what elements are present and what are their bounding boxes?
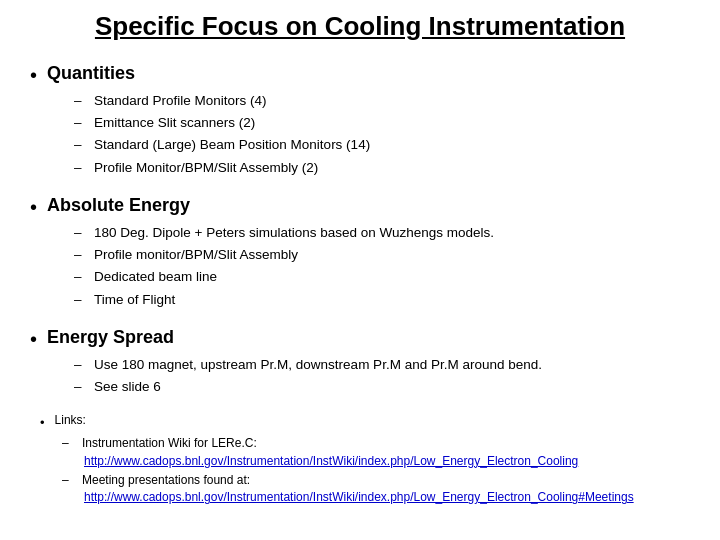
links-label: Links: bbox=[55, 413, 86, 427]
quantities-section: • Quantities – Standard Profile Monitors… bbox=[30, 62, 690, 178]
item-text: Profile Monitor/BPM/Slit Assembly (2) bbox=[94, 158, 690, 178]
bullet-icon-links: • bbox=[40, 415, 45, 431]
links-list: – Instrumentation Wiki for LERe.C: http:… bbox=[62, 435, 690, 505]
list-item: – Time of Flight bbox=[74, 290, 690, 310]
list-item: – Use 180 magnet, upstream Pr.M, downstr… bbox=[74, 355, 690, 375]
item-text: Profile monitor/BPM/Slit Assembly bbox=[94, 245, 690, 265]
link-item-wiki: – Instrumentation Wiki for LERe.C: bbox=[62, 435, 690, 452]
link-text-wiki: Instrumentation Wiki for LERe.C: bbox=[82, 435, 257, 452]
dash-icon: – bbox=[74, 290, 86, 310]
dash-icon: – bbox=[74, 245, 86, 265]
list-item: – Emittance Slit scanners (2) bbox=[74, 113, 690, 133]
link-url-wiki[interactable]: http://www.cadops.bnl.gov/Instrumentatio… bbox=[84, 454, 690, 468]
item-text: Standard Profile Monitors (4) bbox=[94, 91, 690, 111]
bullet-icon-quantities: • bbox=[30, 63, 37, 87]
absolute-energy-section: • Absolute Energy – 180 Deg. Dipole + Pe… bbox=[30, 194, 690, 310]
link-url-meetings[interactable]: http://www.cadops.bnl.gov/Instrumentatio… bbox=[84, 490, 690, 504]
list-item: – Profile Monitor/BPM/Slit Assembly (2) bbox=[74, 158, 690, 178]
energy-spread-section: • Energy Spread – Use 180 magnet, upstre… bbox=[30, 326, 690, 398]
item-text: Use 180 magnet, upstream Pr.M, downstrea… bbox=[94, 355, 690, 375]
dash-icon: – bbox=[74, 135, 86, 155]
item-text: Time of Flight bbox=[94, 290, 690, 310]
dash-icon: – bbox=[62, 435, 74, 452]
quantities-heading: Quantities bbox=[47, 62, 135, 85]
quantities-list: – Standard Profile Monitors (4) – Emitta… bbox=[74, 91, 690, 178]
item-text: Emittance Slit scanners (2) bbox=[94, 113, 690, 133]
energy-spread-heading: Energy Spread bbox=[47, 326, 174, 349]
absolute-energy-list: – 180 Deg. Dipole + Peters simulations b… bbox=[74, 223, 690, 310]
list-item: – See slide 6 bbox=[74, 377, 690, 397]
list-item: – Standard Profile Monitors (4) bbox=[74, 91, 690, 111]
item-text: Standard (Large) Beam Position Monitors … bbox=[94, 135, 690, 155]
link-item-meetings: – Meeting presentations found at: bbox=[62, 472, 690, 489]
bullet-icon-energy-spread: • bbox=[30, 327, 37, 351]
item-text: 180 Deg. Dipole + Peters simulations bas… bbox=[94, 223, 690, 243]
list-item: – Profile monitor/BPM/Slit Assembly bbox=[74, 245, 690, 265]
page-title: Specific Focus on Cooling Instrumentatio… bbox=[30, 10, 690, 44]
dash-icon: – bbox=[74, 355, 86, 375]
item-text: Dedicated beam line bbox=[94, 267, 690, 287]
dash-icon: – bbox=[74, 223, 86, 243]
bullet-icon-absolute-energy: • bbox=[30, 195, 37, 219]
list-item: – Dedicated beam line bbox=[74, 267, 690, 287]
list-item: – Standard (Large) Beam Position Monitor… bbox=[74, 135, 690, 155]
dash-icon: – bbox=[74, 267, 86, 287]
dash-icon: – bbox=[62, 472, 74, 489]
item-text: See slide 6 bbox=[94, 377, 690, 397]
links-section: • Links: – Instrumentation Wiki for LERe… bbox=[40, 413, 690, 504]
energy-spread-list: – Use 180 magnet, upstream Pr.M, downstr… bbox=[74, 355, 690, 398]
dash-icon: – bbox=[74, 91, 86, 111]
list-item: – 180 Deg. Dipole + Peters simulations b… bbox=[74, 223, 690, 243]
dash-icon: – bbox=[74, 377, 86, 397]
absolute-energy-heading: Absolute Energy bbox=[47, 194, 190, 217]
link-text-meetings: Meeting presentations found at: bbox=[82, 472, 250, 489]
dash-icon: – bbox=[74, 158, 86, 178]
dash-icon: – bbox=[74, 113, 86, 133]
